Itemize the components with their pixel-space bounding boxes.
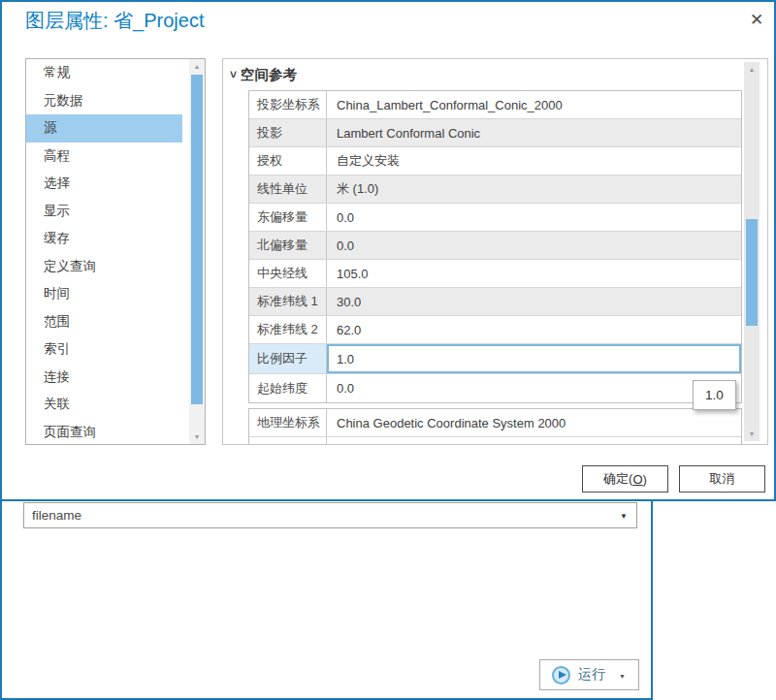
scale-factor-input[interactable] xyxy=(327,344,741,373)
row-label: 比例因子 xyxy=(249,344,327,373)
ok-accelerator: O xyxy=(632,472,642,487)
sidebar-item-time[interactable]: 时间 xyxy=(26,280,182,308)
table-row: 东偏移量 0.0 xyxy=(249,204,741,232)
sidebar-item-elevation[interactable]: 高程 xyxy=(26,143,182,171)
table-row: 起始纬度 0.0 xyxy=(249,374,741,402)
row-value: 米 (1.0) xyxy=(327,175,741,203)
sidebar-item-general[interactable]: 常规 xyxy=(26,59,182,87)
sidebar-scrollbar[interactable]: ▲ ▼ xyxy=(189,59,205,444)
source-properties-panel: ˅ 空间参考 投影坐标系 China_Lambert_Conformal_Con… xyxy=(222,58,768,445)
row-label: 授权 xyxy=(249,147,327,175)
panel-scrollbar-thumb[interactable] xyxy=(746,219,758,326)
sidebar-item-range[interactable]: 范围 xyxy=(26,308,182,336)
table-row: 投影坐标系 China_Lambert_Conformal_Conic_2000 xyxy=(249,91,741,119)
row-value: 0.0 xyxy=(327,374,741,402)
combobox-value: filename xyxy=(32,508,81,523)
row-value: China Geodetic Coordinate System 2000 xyxy=(327,409,741,436)
row-label: 起始纬度 xyxy=(249,374,327,402)
row-value: China_Lambert_Conformal_Conic_2000 xyxy=(327,91,741,118)
layer-properties-dialog: 图层属性: 省_Project ✕ 常规 元数据 源 高程 选择 显示 缓存 定… xyxy=(0,0,776,501)
row-label xyxy=(249,437,327,445)
filename-combobox[interactable]: filename ▼ xyxy=(23,502,637,528)
geographic-cs-table: 地理坐标系 China Geodetic Coordinate System 2… xyxy=(248,408,742,445)
table-row: 北偏移量 0.0 xyxy=(249,232,741,260)
panel-scrollbar[interactable]: ▲ ▼ xyxy=(744,62,760,441)
table-row: 地理坐标系 China Geodetic Coordinate System 2… xyxy=(249,409,741,437)
row-label: 北偏移量 xyxy=(249,232,327,259)
run-button-label: 运行 xyxy=(578,666,605,684)
run-button[interactable]: 运行 ▼ xyxy=(539,659,639,690)
row-label: 标准纬线 1 xyxy=(249,288,327,315)
row-label: 标准纬线 2 xyxy=(249,316,327,343)
sidebar-item-metadata[interactable]: 元数据 xyxy=(26,87,182,115)
section-title: 空间参考 xyxy=(241,66,297,84)
table-row: 线性单位 米 (1.0) xyxy=(249,175,741,204)
scroll-up-icon[interactable]: ▲ xyxy=(189,59,205,74)
spatial-reference-section-header: ˅ 空间参考 xyxy=(230,66,297,84)
value-tooltip: 1.0 xyxy=(693,380,736,410)
row-value: 自定义安装 xyxy=(327,147,741,175)
sidebar-item-cache[interactable]: 缓存 xyxy=(26,225,182,253)
sidebar-item-source[interactable]: 源 xyxy=(26,114,182,143)
properties-sidebar: 常规 元数据 源 高程 选择 显示 缓存 定义查询 时间 范围 索引 连接 关联… xyxy=(25,58,206,445)
scroll-up-icon[interactable]: ▲ xyxy=(744,62,760,77)
row-label: 东偏移量 xyxy=(249,204,327,231)
row-value: 0.0 xyxy=(327,204,741,231)
sidebar-item-relates[interactable]: 关联 xyxy=(26,391,182,419)
row-value: 62.0 xyxy=(327,316,741,343)
row-label: 中央经线 xyxy=(249,260,327,287)
row-value: Lambert Conformal Conic xyxy=(327,119,741,146)
screen: filename ▼ 运行 ▼ 图层属性: 省_Project ✕ 常规 元数据… xyxy=(0,0,776,700)
combobox-dropdown-icon[interactable]: ▼ xyxy=(620,512,628,521)
row-value xyxy=(327,344,741,373)
play-icon xyxy=(552,666,570,684)
ok-button-label: 确定( xyxy=(603,470,632,488)
table-row: 标准纬线 1 30.0 xyxy=(249,288,741,316)
close-icon[interactable]: ✕ xyxy=(745,10,768,30)
row-value: 105.0 xyxy=(327,260,741,287)
sidebar-item-joins[interactable]: 连接 xyxy=(26,364,182,392)
table-row: 标准纬线 2 62.0 xyxy=(249,316,741,344)
sidebar-item-display[interactable]: 显示 xyxy=(26,198,182,226)
sidebar-item-indexes[interactable]: 索引 xyxy=(26,335,182,364)
scroll-down-icon[interactable]: ▼ xyxy=(189,430,205,444)
dialog-title: 图层属性: 省_Project xyxy=(25,8,204,34)
sidebar-scrollbar-thumb[interactable] xyxy=(191,75,203,404)
table-row: 中央经线 105.0 xyxy=(249,260,741,288)
sidebar-item-page-query[interactable]: 页面查询 xyxy=(26,419,182,446)
table-row xyxy=(249,437,741,445)
scroll-down-icon[interactable]: ▼ xyxy=(744,427,760,441)
table-row: 投影 Lambert Conformal Conic xyxy=(249,119,741,147)
sidebar-item-selection[interactable]: 选择 xyxy=(26,170,182,198)
ok-button-label-suffix: ) xyxy=(643,472,647,487)
spatial-reference-table: 投影坐标系 China_Lambert_Conformal_Conic_2000… xyxy=(248,90,742,403)
ok-button[interactable]: 确定(O) xyxy=(582,465,668,493)
cancel-button[interactable]: 取消 xyxy=(679,465,765,493)
row-label: 投影 xyxy=(249,119,327,146)
table-row: 授权 自定义安装 xyxy=(249,147,741,175)
row-label: 投影坐标系 xyxy=(249,91,327,118)
row-value xyxy=(327,437,741,445)
scale-factor-row: 比例因子 xyxy=(249,344,741,374)
row-label: 地理坐标系 xyxy=(249,409,327,436)
row-label: 线性单位 xyxy=(249,175,327,203)
row-value: 0.0 xyxy=(327,232,741,259)
run-dropdown-caret-icon[interactable]: ▼ xyxy=(619,673,626,680)
collapse-chevron-icon[interactable]: ˅ xyxy=(230,68,237,81)
row-value: 30.0 xyxy=(327,288,741,315)
sidebar-item-definition-query[interactable]: 定义查询 xyxy=(26,253,182,281)
